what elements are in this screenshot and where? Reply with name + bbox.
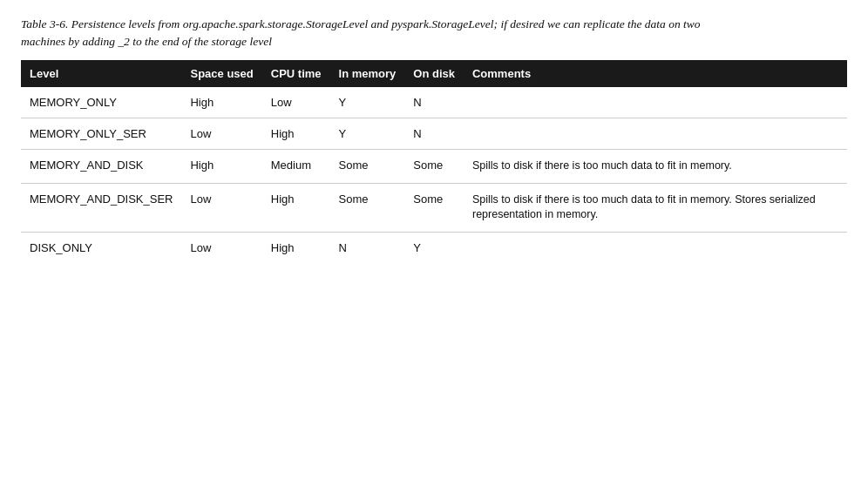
table-row: MEMORY_ONLYHighLowYN	[21, 87, 847, 118]
col-header-comments: Comments	[464, 60, 847, 87]
cell-comments: Spills to disk if there is too much data…	[464, 150, 847, 184]
table-row: DISK_ONLYLowHighNY	[21, 232, 847, 263]
cell-comments	[464, 118, 847, 150]
cell-on-disk: Some	[404, 150, 464, 184]
cell-level: MEMORY_ONLY	[21, 87, 181, 118]
cell-on-disk: Y	[404, 232, 464, 263]
table-row: MEMORY_ONLY_SERLowHighYN	[21, 118, 847, 150]
col-header-in-memory: In memory	[330, 60, 405, 87]
cell-in-memory: Some	[330, 150, 405, 184]
cell-cpu-time: High	[262, 232, 330, 263]
cell-in-memory: N	[330, 232, 405, 263]
table-caption: Table 3-6. Persistence levels from org.a…	[21, 16, 701, 50]
cell-level: MEMORY_ONLY_SER	[21, 118, 181, 150]
table-row: MEMORY_AND_DISK_SERLowHighSomeSomeSpills…	[21, 183, 847, 232]
cell-comments: Spills to disk if there is too much data…	[464, 183, 847, 232]
col-header-space-used: Space used	[181, 60, 261, 87]
caption-text: Persistence levels from org.apache.spark…	[21, 17, 701, 48]
cell-comments	[464, 87, 847, 118]
cell-on-disk: Some	[404, 183, 464, 232]
cell-cpu-time: High	[262, 183, 330, 232]
table-header-row: Level Space used CPU time In memory On d…	[21, 60, 847, 87]
cell-space-used: Low	[181, 232, 261, 263]
cell-cpu-time: Low	[262, 87, 330, 118]
cell-in-memory: Some	[330, 183, 405, 232]
cell-on-disk: N	[404, 118, 464, 150]
cell-level: DISK_ONLY	[21, 232, 181, 263]
cell-in-memory: Y	[330, 118, 405, 150]
caption-prefix: Table 3-6.	[21, 17, 68, 30]
cell-level: MEMORY_AND_DISK_SER	[21, 183, 181, 232]
cell-space-used: Low	[181, 118, 261, 150]
cell-space-used: High	[181, 87, 261, 118]
col-header-cpu-time: CPU time	[262, 60, 330, 87]
cell-in-memory: Y	[330, 87, 405, 118]
cell-space-used: High	[181, 150, 261, 184]
cell-cpu-time: Medium	[262, 150, 330, 184]
table-row: MEMORY_AND_DISKHighMediumSomeSomeSpills …	[21, 150, 847, 184]
cell-level: MEMORY_AND_DISK	[21, 150, 181, 184]
col-header-on-disk: On disk	[404, 60, 464, 87]
persistence-table: Level Space used CPU time In memory On d…	[21, 60, 847, 263]
cell-space-used: Low	[181, 183, 261, 232]
cell-cpu-time: High	[262, 118, 330, 150]
cell-on-disk: N	[404, 87, 464, 118]
cell-comments	[464, 232, 847, 263]
col-header-level: Level	[21, 60, 181, 87]
